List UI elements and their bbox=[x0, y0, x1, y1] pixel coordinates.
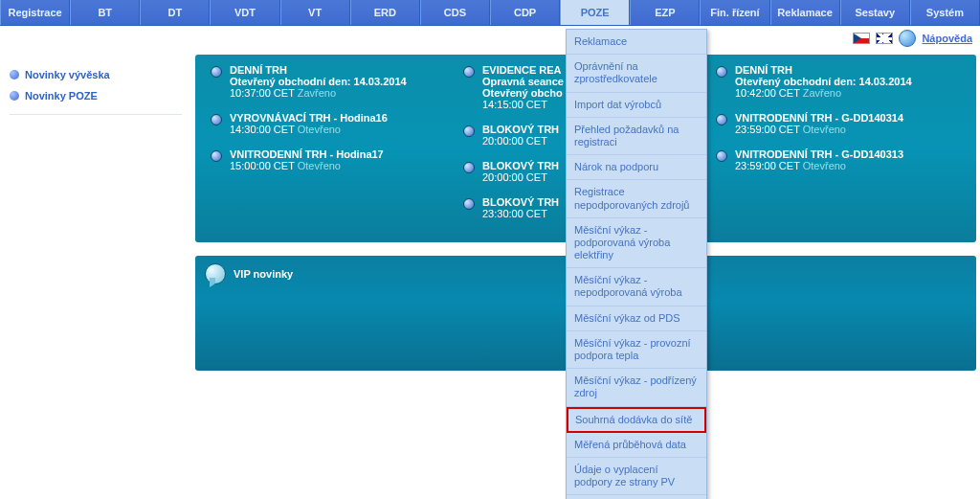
news-item[interactable]: DENNÍ TRHOtevřený obchodní den: 14.03.20… bbox=[716, 64, 961, 99]
news-state: Otevřeno bbox=[803, 160, 846, 171]
news-time: 20:00:00 CET bbox=[482, 135, 559, 147]
bullet-icon bbox=[211, 114, 222, 125]
news-item-body: DENNÍ TRHOtevřený obchodní den: 14.03.20… bbox=[735, 64, 912, 99]
menu-item-syst-m[interactable]: Systém bbox=[910, 0, 980, 25]
flag-uk-icon[interactable] bbox=[876, 33, 893, 44]
dropdown-item[interactable]: Reklamace bbox=[567, 30, 706, 55]
speech-bubble-icon bbox=[205, 263, 226, 284]
bullet-icon bbox=[716, 114, 727, 125]
news-title: DENNÍ TRH bbox=[735, 64, 912, 76]
menu-item-reklamace[interactable]: Reklamace bbox=[770, 0, 840, 25]
flag-cz-icon[interactable] bbox=[853, 33, 870, 44]
news-item[interactable]: VNITRODENNÍ TRH - Hodina1715:00:00 CET O… bbox=[211, 148, 456, 171]
news-time: 10:37:00 CET Zavřeno bbox=[230, 87, 407, 99]
news-item-body: VYROVNÁVACÍ TRH - Hodina1614:30:00 CET O… bbox=[230, 112, 388, 135]
news-item[interactable]: VNITRODENNÍ TRH - G-DD14031323:59:00 CET… bbox=[716, 148, 961, 171]
news-item-body: VNITRODENNÍ TRH - Hodina1715:00:00 CET O… bbox=[230, 148, 384, 171]
dropdown-item[interactable]: Měsíční výkaz - podporovaná výroba elekt… bbox=[567, 218, 706, 269]
news-subtitle: Otevřený obchodní den: 14.03.2014 bbox=[230, 76, 407, 87]
news-title: BLOKOVÝ TRH bbox=[482, 196, 559, 208]
news-column: DENNÍ TRHOtevřený obchodní den: 14.03.20… bbox=[207, 64, 459, 233]
dropdown-item[interactable]: Měsíční výkaz od PDS bbox=[567, 306, 706, 331]
news-item-body: EVIDENCE REAOpravná seanceOtevřený obcho… bbox=[482, 64, 564, 110]
news-state: Otevřeno bbox=[803, 124, 846, 135]
news-state: Zavřeno bbox=[803, 87, 841, 99]
poze-dropdown: ReklamaceOprávnění na zprostředkovateleI… bbox=[566, 29, 707, 390]
menubar: RegistraceBTDTVDTVTERDCDSCDPPOZEEZPFin. … bbox=[0, 0, 980, 26]
menu-item-fin-zen-[interactable]: Fin. řízení bbox=[700, 0, 769, 25]
sidebar-link[interactable]: Novinky vývěska bbox=[10, 64, 182, 85]
dropdown-item[interactable]: Registrace nepodporovaných zdrojů bbox=[567, 180, 706, 217]
menu-item-bt[interactable]: BT bbox=[70, 0, 140, 25]
news-time-value: 14:15:00 CET bbox=[482, 99, 547, 110]
bullet-icon bbox=[463, 66, 475, 78]
bullet-icon bbox=[10, 70, 19, 79]
news-time-value: 23:59:00 CET bbox=[735, 160, 803, 171]
news-item-body: BLOKOVÝ TRH23:30:00 CET bbox=[482, 196, 559, 219]
news-item[interactable]: DENNÍ TRHOtevřený obchodní den: 14.03.20… bbox=[211, 64, 456, 99]
menu-item-dt[interactable]: DT bbox=[140, 0, 210, 25]
news-time-value: 10:42:00 CET bbox=[735, 87, 803, 99]
news-time-value: 23:30:00 CET bbox=[482, 208, 547, 219]
header-row: Nápověda bbox=[0, 26, 980, 51]
bullet-icon bbox=[716, 66, 727, 78]
dropdown-item[interactable]: Nárok na podporu bbox=[567, 155, 706, 180]
dropdown-item[interactable]: Měsíční výkaz - nepodporovaná výroba bbox=[567, 268, 706, 306]
news-title: BLOKOVÝ TRH bbox=[482, 160, 559, 171]
menu-item-vdt[interactable]: VDT bbox=[210, 0, 279, 25]
news-item[interactable]: VYROVNÁVACÍ TRH - Hodina1614:30:00 CET O… bbox=[211, 112, 456, 135]
sidebar-link[interactable]: Novinky POZE bbox=[10, 85, 182, 106]
news-title: DENNÍ TRH bbox=[230, 64, 407, 76]
dropdown-item[interactable]: Měsíční výkaz - provozní podpora tepla bbox=[567, 331, 706, 369]
bullet-icon bbox=[463, 125, 475, 137]
menu-item-cdp[interactable]: CDP bbox=[490, 0, 560, 25]
news-time: 20:00:00 CET bbox=[482, 171, 559, 183]
bullet-icon bbox=[211, 66, 222, 78]
dropdown-item[interactable]: Měsíční výkaz - podřízený zdroj bbox=[567, 369, 706, 390]
news-title: VYROVNÁVACÍ TRH - Hodina16 bbox=[230, 112, 388, 124]
menu-item-sestavy[interactable]: Sestavy bbox=[840, 0, 910, 25]
news-title: VNITRODENNÍ TRH - G-DD140314 bbox=[735, 112, 903, 124]
news-time: 14:15:00 CET bbox=[482, 99, 564, 110]
sidebar-link-label: Novinky POZE bbox=[25, 90, 98, 102]
news-time-value: 15:00:00 CET bbox=[230, 160, 298, 171]
news-title: VNITRODENNÍ TRH - G-DD140313 bbox=[735, 148, 903, 160]
menu-item-ezp[interactable]: EZP bbox=[630, 0, 700, 25]
menu-item-registrace[interactable]: Registrace bbox=[0, 0, 70, 25]
menu-item-cds[interactable]: CDS bbox=[420, 0, 490, 25]
menu-item-erd[interactable]: ERD bbox=[350, 0, 420, 25]
news-state: Otevřeno bbox=[298, 160, 341, 171]
menu-item-poze[interactable]: POZE bbox=[560, 0, 630, 25]
globe-icon bbox=[899, 30, 916, 47]
news-time-value: 23:59:00 CET bbox=[735, 124, 803, 135]
news-time-value: 20:00:00 CET bbox=[482, 171, 547, 183]
news-title: VNITRODENNÍ TRH - Hodina17 bbox=[230, 148, 384, 160]
news-time-value: 20:00:00 CET bbox=[482, 135, 547, 147]
news-time-value: 14:30:00 CET bbox=[230, 124, 298, 135]
news-time-value: 10:37:00 CET bbox=[230, 87, 298, 99]
layout: Novinky vývěskaNovinky POZE DENNÍ TRHOte… bbox=[0, 51, 980, 390]
news-time: 23:30:00 CET bbox=[482, 208, 559, 219]
bullet-icon bbox=[716, 150, 727, 162]
news-state: Zavřeno bbox=[298, 87, 336, 99]
news-item[interactable]: VNITRODENNÍ TRH - G-DD14031423:59:00 CET… bbox=[716, 112, 961, 135]
menu-item-vt[interactable]: VT bbox=[280, 0, 350, 25]
sidebar: Novinky vývěskaNovinky POZE bbox=[0, 51, 191, 390]
news-item-body: BLOKOVÝ TRH20:00:00 CET bbox=[482, 160, 559, 183]
help-link[interactable]: Nápověda bbox=[922, 33, 972, 44]
dropdown-item[interactable]: Import dat výrobců bbox=[567, 93, 706, 118]
vip-title: VIP novinky bbox=[234, 268, 293, 280]
news-time: 14:30:00 CET Otevřeno bbox=[230, 124, 388, 135]
divider bbox=[10, 114, 182, 115]
news-time: 23:59:00 CET Otevřeno bbox=[735, 124, 903, 135]
dropdown-item[interactable]: Oprávnění na zprostředkovatele bbox=[567, 55, 706, 92]
news-subtitle: Otevřený obcho bbox=[482, 87, 564, 99]
news-item-body: VNITRODENNÍ TRH - G-DD14031423:59:00 CET… bbox=[735, 112, 903, 135]
news-subtitle: Otevřený obchodní den: 14.03.2014 bbox=[735, 76, 912, 87]
bullet-icon bbox=[463, 198, 475, 210]
sidebar-link-label: Novinky vývěska bbox=[25, 69, 110, 80]
bullet-icon bbox=[10, 91, 19, 101]
news-item-body: BLOKOVÝ TRH20:00:00 CET bbox=[482, 124, 559, 147]
dropdown-item[interactable]: Přehled požadavků na registraci bbox=[567, 118, 706, 155]
news-subtitle: Opravná seance bbox=[482, 76, 564, 87]
